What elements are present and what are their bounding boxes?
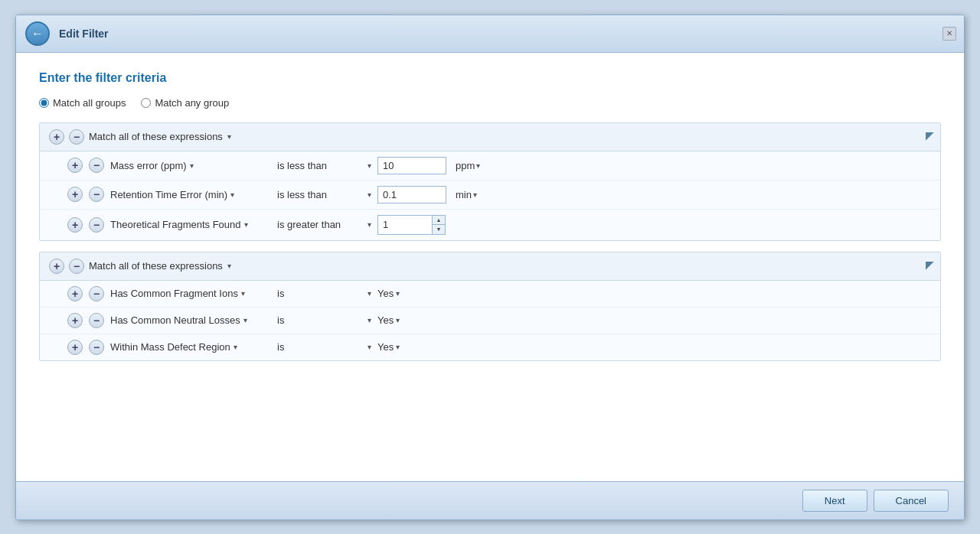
row1-op-arrow[interactable]: ▾ bbox=[368, 161, 371, 170]
row2-field-arrow[interactable]: ▾ bbox=[230, 190, 234, 199]
row4-field-name: Has Common Fragment Ions bbox=[110, 288, 238, 299]
row1-remove-btn[interactable]: − bbox=[89, 158, 104, 173]
row2-add-btn[interactable]: + bbox=[67, 187, 83, 202]
plus-icon-g2: + bbox=[54, 261, 60, 272]
cancel-button[interactable]: Cancel bbox=[874, 490, 949, 512]
group-block-2: + − Match all of these expressions ▾ ◤ + bbox=[39, 252, 941, 361]
row5-value-dropdown[interactable]: Yes ▾ bbox=[377, 314, 400, 326]
row1-field-name: Mass error (ppm) bbox=[110, 160, 187, 171]
title-bar: ← Edit Filter ✕ bbox=[16, 15, 964, 53]
row1-value-input[interactable] bbox=[377, 157, 446, 174]
expr-row-mass-error: + − Mass error (ppm) ▾ is less than ▾ pp… bbox=[40, 151, 940, 181]
group2-corner-arrow: ◤ bbox=[926, 259, 934, 271]
row3-spinner-down[interactable]: ▼ bbox=[433, 225, 445, 234]
row2-remove-btn[interactable]: − bbox=[89, 187, 104, 202]
row2-field-name: Retention Time Error (min) bbox=[110, 189, 227, 200]
row2-label-container: Retention Time Error (min) ▾ bbox=[110, 189, 271, 200]
expr-row-mass-defect: + − Within Mass Defect Region ▾ is ▾ Yes… bbox=[40, 334, 940, 360]
row3-add-btn[interactable]: + bbox=[67, 217, 83, 233]
row6-operator: is bbox=[277, 341, 361, 353]
row4-field-arrow[interactable]: ▾ bbox=[241, 289, 245, 298]
match-all-radio[interactable] bbox=[39, 98, 49, 108]
group2-match-dropdown[interactable]: Match all of these expressions ▾ bbox=[89, 260, 231, 272]
row5-value-arrow: ▾ bbox=[396, 316, 400, 324]
row2-unit-arrow: ▾ bbox=[473, 190, 477, 199]
row6-remove-btn[interactable]: − bbox=[89, 340, 104, 355]
row1-unit-dropdown[interactable]: ppm ▾ bbox=[452, 160, 480, 171]
row3-spinner-up[interactable]: ▲ bbox=[433, 216, 445, 225]
plus-icon-r6: + bbox=[72, 342, 78, 353]
row6-value-text: Yes bbox=[377, 341, 394, 353]
row4-value-dropdown[interactable]: Yes ▾ bbox=[377, 288, 400, 299]
group1-header-label: Match all of these expressions ▾ bbox=[89, 131, 231, 142]
row4-add-btn[interactable]: + bbox=[67, 286, 83, 301]
group-block-1: + − Match all of these expressions ▾ ◤ + bbox=[39, 122, 941, 241]
group1-match-dropdown[interactable]: Match all of these expressions ▾ bbox=[89, 131, 231, 142]
plus-icon-r3: + bbox=[72, 220, 78, 230]
match-radio-group: Match all groups Match any group bbox=[39, 97, 941, 109]
row1-add-btn[interactable]: + bbox=[67, 158, 83, 173]
next-button[interactable]: Next bbox=[802, 490, 867, 512]
row3-remove-btn[interactable]: − bbox=[89, 217, 104, 233]
group1-dropdown-arrow: ▾ bbox=[227, 132, 231, 141]
expr-row-retention-time: + − Retention Time Error (min) ▾ is less… bbox=[40, 181, 940, 210]
match-any-radio[interactable] bbox=[141, 98, 151, 108]
row6-field-name: Within Mass Defect Region bbox=[110, 341, 230, 353]
row6-value-dropdown[interactable]: Yes ▾ bbox=[377, 341, 400, 353]
row3-spinner-input: ▲ ▼ bbox=[377, 215, 446, 235]
row5-field-name: Has Common Neutral Losses bbox=[110, 314, 240, 326]
dialog-title: Edit Filter bbox=[59, 28, 109, 40]
row5-remove-btn[interactable]: − bbox=[89, 313, 104, 328]
row4-value-arrow: ▾ bbox=[396, 289, 400, 298]
row2-op-arrow[interactable]: ▾ bbox=[368, 190, 371, 199]
match-all-label: Match all groups bbox=[53, 97, 126, 109]
row3-op-arrow[interactable]: ▾ bbox=[368, 220, 371, 229]
plus-icon-r2: + bbox=[72, 189, 78, 200]
row2-value-input[interactable] bbox=[377, 186, 446, 204]
row6-add-btn[interactable]: + bbox=[67, 340, 83, 355]
minus-icon-r2: − bbox=[93, 189, 100, 200]
row4-operator: is bbox=[277, 288, 361, 299]
row4-label-container: Has Common Fragment Ions ▾ bbox=[110, 288, 271, 299]
plus-icon-r1: + bbox=[72, 160, 78, 171]
row3-value-input[interactable] bbox=[378, 216, 432, 234]
expr-row-theoretical-fragments: + − Theoretical Fragments Found ▾ is gre… bbox=[40, 210, 940, 240]
row3-field-arrow[interactable]: ▾ bbox=[244, 220, 248, 229]
section-title: Enter the filter criteria bbox=[39, 71, 941, 85]
group2-remove-button[interactable]: − bbox=[69, 259, 84, 274]
group1-match-text: Match all of these expressions bbox=[89, 131, 223, 142]
group2-match-text: Match all of these expressions bbox=[89, 260, 223, 272]
group1-add-button[interactable]: + bbox=[49, 129, 64, 145]
minus-icon-r3: − bbox=[93, 220, 100, 230]
row4-remove-btn[interactable]: − bbox=[89, 286, 104, 301]
close-icon: ✕ bbox=[946, 29, 952, 37]
match-all-radio-label[interactable]: Match all groups bbox=[39, 97, 126, 109]
dialog-window: ← Edit Filter ✕ Enter the filter criteri… bbox=[15, 15, 965, 520]
row6-field-arrow[interactable]: ▾ bbox=[234, 343, 237, 351]
row5-add-btn[interactable]: + bbox=[67, 313, 83, 328]
row6-value-arrow: ▾ bbox=[396, 343, 400, 351]
minus-icon-r1: − bbox=[93, 160, 100, 171]
group1-remove-button[interactable]: − bbox=[69, 129, 84, 145]
back-button[interactable]: ← bbox=[25, 21, 50, 46]
row5-op-arrow[interactable]: ▾ bbox=[368, 316, 371, 324]
row1-unit-arrow: ▾ bbox=[476, 161, 480, 170]
row5-operator: is bbox=[277, 314, 361, 326]
row5-field-arrow[interactable]: ▾ bbox=[243, 316, 247, 324]
plus-icon-r4: + bbox=[72, 288, 78, 299]
row1-field-arrow[interactable]: ▾ bbox=[190, 161, 194, 170]
group2-add-button[interactable]: + bbox=[49, 259, 64, 274]
match-any-radio-label[interactable]: Match any group bbox=[141, 97, 229, 109]
row4-value-text: Yes bbox=[377, 288, 394, 299]
group2-dropdown-arrow: ▾ bbox=[227, 262, 231, 270]
close-button[interactable]: ✕ bbox=[942, 27, 956, 41]
row6-op-arrow[interactable]: ▾ bbox=[368, 343, 371, 351]
row1-label-container: Mass error (ppm) ▾ bbox=[110, 160, 271, 171]
group2-header-label: Match all of these expressions ▾ bbox=[89, 260, 231, 272]
row2-unit-text: min bbox=[456, 189, 472, 200]
minus-icon-g2: − bbox=[74, 261, 80, 272]
back-icon: ← bbox=[31, 27, 44, 41]
row4-op-arrow[interactable]: ▾ bbox=[368, 289, 371, 298]
match-any-label: Match any group bbox=[155, 97, 229, 109]
row2-unit-dropdown[interactable]: min ▾ bbox=[452, 189, 477, 200]
